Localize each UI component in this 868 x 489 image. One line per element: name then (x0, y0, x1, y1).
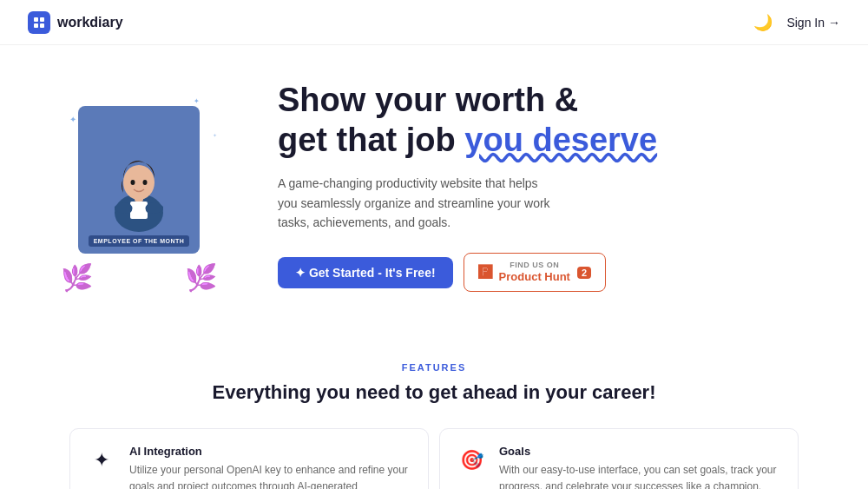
hero-buttons: ✦ Get Started - It's Free! 🅿 Find us on … (278, 253, 816, 291)
hero-title-line2: get that job (278, 122, 464, 158)
svg-rect-5 (130, 202, 148, 219)
dark-mode-button[interactable]: 🌙 (753, 13, 773, 32)
sparkle-decoration: ✦ (69, 115, 76, 124)
moon-icon: 🌙 (753, 14, 773, 31)
logo-text: workdiary (57, 15, 123, 30)
arrow-icon: → (828, 16, 840, 30)
cta-label: ✦ Get Started - It's Free! (295, 266, 436, 280)
navbar-right: 🌙 Sign In → (753, 13, 840, 32)
features-tag: FEATURES (69, 362, 799, 373)
flower-left-icon: 🌿 (61, 262, 93, 293)
feature-icon-ai-integration: ✦ (86, 445, 117, 476)
feature-desc-goals: With our easy-to-use interface, you can … (499, 462, 782, 489)
svg-point-8 (131, 180, 135, 185)
navbar: workdiary 🌙 Sign In → (0, 0, 868, 45)
flower-right-icon: 🌿 (185, 262, 217, 293)
sign-in-button[interactable]: Sign In → (786, 16, 840, 30)
features-section: FEATURES Everything you need to get ahea… (0, 345, 868, 489)
sparkle-decoration-2: ✦ (194, 97, 200, 105)
svg-point-7 (123, 165, 155, 200)
svg-rect-2 (34, 23, 38, 28)
svg-rect-0 (34, 17, 38, 22)
feature-card-goals: 🎯 Goals With our easy-to-use interface, … (439, 428, 799, 489)
logo-icon (28, 11, 50, 34)
sign-in-label: Sign In (786, 16, 825, 30)
feature-title-ai-integration: AI Integration (129, 445, 412, 458)
ph-name: Product Hunt (499, 270, 570, 284)
svg-rect-1 (40, 17, 44, 22)
feature-content-ai-integration: AI Integration Utilize your personal Ope… (129, 445, 412, 489)
feature-content-goals: Goals With our easy-to-use interface, yo… (499, 445, 782, 489)
hero-section: ✦ ✦ ✦ (0, 45, 868, 345)
svg-point-9 (143, 180, 148, 185)
features-grid: ✦ AI Integration Utilize your personal O… (69, 428, 799, 489)
sparkle-decoration-3: ✦ (213, 132, 217, 138)
product-hunt-label: Find us on Product Hunt (499, 261, 570, 283)
employee-card: Employee of the Month (78, 106, 200, 254)
hero-subtitle: A game-changing productivity website tha… (278, 174, 556, 232)
feature-title-goals: Goals (499, 445, 782, 458)
feature-desc-ai-integration: Utilize your personal OpenAI key to enha… (129, 462, 412, 489)
product-hunt-button[interactable]: 🅿 Find us on Product Hunt 2 (464, 253, 606, 291)
hero-title: Show your worth & get that job you deser… (278, 81, 816, 160)
svg-rect-3 (40, 23, 44, 28)
person-figure (104, 139, 174, 235)
ph-find-us: Find us on (499, 261, 570, 270)
hero-text: Show your worth & get that job you deser… (278, 81, 816, 292)
product-hunt-icon: 🅿 (478, 265, 492, 281)
hero-title-highlight: you deserve (464, 122, 657, 158)
hero-title-line1: Show your worth & (278, 82, 578, 118)
features-title: Everything you need to get ahead in your… (69, 381, 799, 404)
ph-count-badge: 2 (577, 267, 591, 279)
feature-icon-goals: 🎯 (456, 445, 487, 476)
card-label: Employee of the Month (89, 235, 190, 247)
hero-illustration: ✦ ✦ ✦ (52, 80, 226, 293)
feature-card-ai-integration: ✦ AI Integration Utilize your personal O… (69, 428, 429, 489)
logo[interactable]: workdiary (28, 11, 123, 34)
get-started-button[interactable]: ✦ Get Started - It's Free! (278, 257, 453, 288)
